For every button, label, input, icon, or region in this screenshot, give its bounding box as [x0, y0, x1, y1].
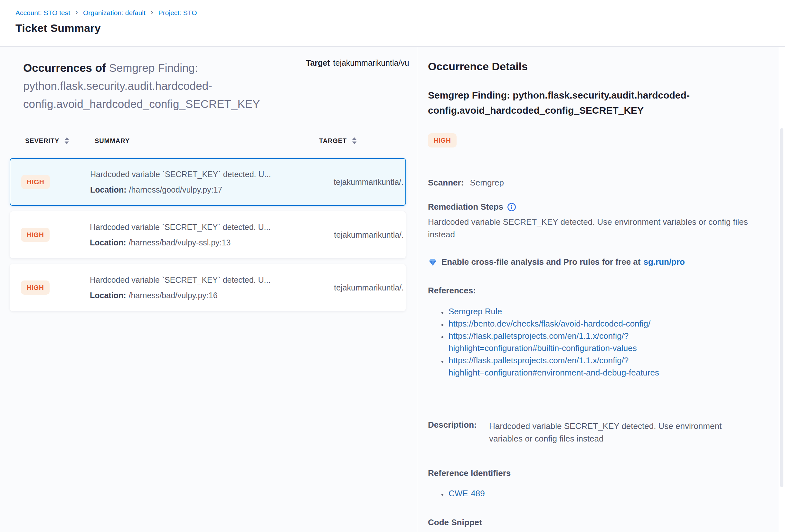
vertical-scrollbar[interactable]	[780, 128, 783, 487]
sort-arrows-icon[interactable]	[351, 137, 357, 145]
pro-link[interactable]: sg.run/pro	[643, 257, 685, 267]
column-header-target-label: TARGET	[319, 137, 347, 145]
breadcrumb-account-link[interactable]: Account: STO test	[16, 9, 70, 17]
occurrence-row[interactable]: HIGH Hardcoded variable `SECRET_KEY` det…	[10, 158, 406, 206]
location-value: /harness/bad/vulpy-ssl.py:13	[129, 238, 231, 247]
remediation-section: Remediation Steps	[428, 202, 766, 212]
list-item: Semgrep Rule	[447, 305, 711, 318]
pro-upsell-row: Enable cross-file analysis and Pro rules…	[428, 257, 766, 267]
reference-link[interactable]: https://flask.palletsprojects.com/en/1.1…	[449, 331, 637, 353]
occurrence-row[interactable]: HIGH Hardcoded variable `SECRET_KEY` det…	[10, 264, 406, 311]
chevron-right-icon: ›	[75, 8, 78, 16]
cwe-link[interactable]: CWE-489	[449, 488, 485, 498]
breadcrumb-project-link[interactable]: Project: STO	[158, 9, 197, 17]
occurrences-table-header: SEVERITY SUMMARY TARGET	[25, 137, 406, 145]
finding-title: Semgrep Finding: python.flask.security.a…	[428, 87, 734, 118]
severity-badge: HIGH	[21, 175, 50, 189]
location-value: /harness/bad/vulpy.py:16	[129, 291, 218, 300]
column-header-summary: SUMMARY	[95, 137, 319, 145]
column-header-target[interactable]: TARGET	[319, 137, 402, 145]
remediation-text: Hardcoded variable SECRET_KEY detected. …	[428, 216, 763, 241]
severity-badge: HIGH	[428, 133, 457, 148]
reference-identifiers-list: CWE-489	[447, 487, 640, 500]
target-value: tejakummarikuntla/vu	[333, 58, 409, 67]
target-summary: Targettejakummarikuntla/vu	[306, 58, 417, 68]
occurrences-heading-prefix: Occurrences of	[23, 61, 106, 74]
description-label: Description:	[428, 420, 489, 445]
target-cell: tejakummarikuntla/.	[318, 230, 404, 239]
scanner-label: Scanner:	[428, 178, 464, 187]
main-content: Occurrences of Semgrep Finding: python.f…	[0, 47, 785, 532]
summary-cell: Hardcoded variable `SECRET_KEY` detected…	[90, 222, 318, 247]
location-label: Location:	[90, 238, 126, 247]
column-header-summary-label: SUMMARY	[95, 137, 130, 144]
page-title: Ticket Summary	[16, 22, 785, 34]
target-cell: tejakummarikuntla/.	[317, 177, 403, 187]
list-item: https://bento.dev/checks/flask/avoid-har…	[447, 318, 711, 330]
occurrences-heading: Occurrences of Semgrep Finding: python.f…	[23, 59, 323, 113]
summary-cell: Hardcoded variable `SECRET_KEY` detected…	[90, 275, 318, 300]
occurrence-details-panel: Occurrence Details Semgrep Finding: pyth…	[417, 47, 785, 532]
references-list: Semgrep Rule https://bento.dev/checks/fl…	[447, 305, 711, 379]
summary-cell: Hardcoded variable `SECRET_KEY` detected…	[90, 169, 317, 195]
location-label: Location:	[90, 291, 126, 300]
summary-text: Hardcoded variable `SECRET_KEY` detected…	[90, 275, 318, 285]
chevron-right-icon: ›	[151, 8, 153, 16]
reference-link[interactable]: https://flask.palletsprojects.com/en/1.1…	[449, 356, 659, 377]
severity-cell: HIGH	[21, 228, 90, 242]
column-header-severity[interactable]: SEVERITY	[25, 137, 95, 145]
breadcrumb-organization-link[interactable]: Organization: default	[83, 9, 146, 17]
details-heading: Occurrence Details	[428, 60, 766, 73]
summary-text: Hardcoded variable `SECRET_KEY` detected…	[90, 222, 318, 232]
list-item: CWE-489	[447, 487, 640, 500]
app-header: Account: STO test › Organization: defaul…	[0, 0, 785, 47]
description-text: Hardcoded variable SECRET_KEY detected. …	[489, 420, 740, 445]
location-value: /harness/good/vulpy.py:17	[129, 185, 223, 194]
severity-cell: HIGH	[21, 175, 90, 189]
reference-link[interactable]: https://bento.dev/checks/flask/avoid-har…	[449, 319, 651, 328]
remediation-label: Remediation Steps	[428, 202, 503, 212]
list-item: https://flask.palletsprojects.com/en/1.1…	[447, 330, 711, 354]
target-cell: tejakummarikuntla/.	[318, 283, 404, 293]
list-item: https://flask.palletsprojects.com/en/1.1…	[447, 354, 711, 379]
reference-identifiers-label: Reference Identifiers	[428, 468, 766, 478]
pro-upsell-text: Enable cross-file analysis and Pro rules…	[441, 257, 640, 267]
sort-arrows-icon[interactable]	[64, 137, 70, 145]
scrollbar-track	[779, 47, 785, 532]
description-row: Description: Hardcoded variable SECRET_K…	[428, 420, 766, 445]
summary-text: Hardcoded variable `SECRET_KEY` detected…	[90, 169, 317, 179]
references-label: References:	[428, 286, 766, 296]
breadcrumb: Account: STO test › Organization: defaul…	[16, 9, 785, 17]
info-circle-icon[interactable]	[507, 203, 516, 211]
target-label: Target	[306, 58, 330, 67]
occurrences-list: HIGH Hardcoded variable `SECRET_KEY` det…	[10, 158, 406, 311]
reference-link[interactable]: Semgrep Rule	[449, 307, 502, 316]
severity-badge: HIGH	[21, 280, 50, 295]
scanner-row: Scanner: Semgrep	[428, 178, 766, 188]
scanner-value: Semgrep	[470, 178, 504, 187]
severity-badge: HIGH	[21, 228, 50, 242]
occurrence-row[interactable]: HIGH Hardcoded variable `SECRET_KEY` det…	[10, 211, 406, 259]
location-label: Location:	[90, 185, 127, 194]
column-header-severity-label: SEVERITY	[25, 137, 59, 145]
code-snippet-label: Code Snippet	[428, 517, 766, 528]
severity-cell: HIGH	[21, 280, 90, 295]
gem-diamond-icon	[428, 257, 437, 267]
occurrences-panel: Occurrences of Semgrep Finding: python.f…	[0, 47, 417, 532]
